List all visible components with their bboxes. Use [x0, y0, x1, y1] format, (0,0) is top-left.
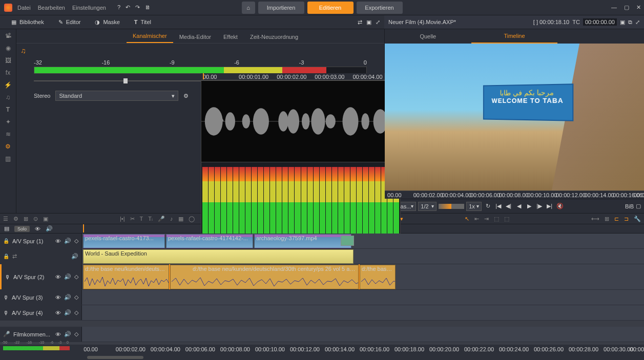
step-back-button[interactable]: ◀| — [504, 202, 513, 211]
tb-magnet-icon[interactable]: ⊙ — [33, 216, 38, 222]
menu-file[interactable]: Datei — [17, 5, 31, 11]
tb-razor-icon[interactable]: ✂ — [130, 216, 135, 222]
speaker-icon[interactable]: 🔊 — [71, 253, 78, 260]
clip-title[interactable]: World - Saudi Expedition — [83, 249, 354, 264]
tb-mic-icon[interactable]: 🎤 — [158, 216, 165, 222]
tb-mark1-icon[interactable]: ⊏ — [614, 216, 619, 222]
step-fwd-button[interactable]: |▶ — [535, 202, 544, 211]
mic-icon[interactable]: 🎙 — [3, 310, 9, 316]
tool-image-icon[interactable]: 🖼 — [4, 56, 13, 65]
eye-icon[interactable]: 👁 — [55, 310, 61, 316]
tb-roll-icon[interactable]: ⇥ — [484, 216, 489, 222]
kf-icon[interactable]: ◇ — [74, 294, 78, 301]
tab-timeline[interactable]: Timeline — [471, 29, 558, 44]
tool-grid-icon[interactable]: ▥ — [4, 154, 13, 163]
transition-icon[interactable]: ⇄ — [12, 253, 17, 260]
tool-audio-icon[interactable]: ⚙ — [4, 142, 13, 151]
tool-project-icon[interactable]: 📽 — [4, 31, 13, 40]
kf-icon[interactable]: ◇ — [74, 273, 78, 280]
tb-grid2-icon[interactable]: ▦ — [178, 216, 183, 222]
commentary-icon[interactable]: 🎤 — [3, 331, 10, 337]
clip-audio-1[interactable]: d:/the base neu/kunden/deutschland/30th … — [83, 265, 169, 289]
tab-zeit[interactable]: Zeit-Neuzuordnung — [244, 31, 304, 43]
waveform-display[interactable] — [201, 80, 401, 162]
clip-video-3[interactable]: archaeology-37597.mp4 — [254, 234, 351, 248]
menu-edit[interactable]: Bearbeiten — [38, 5, 65, 11]
tool-music-icon[interactable]: ♫ — [4, 93, 13, 102]
tb-text-icon[interactable]: T — [140, 216, 143, 222]
edit-tab[interactable]: Editieren — [307, 2, 354, 14]
tl-headers-icon[interactable]: ▤ — [4, 225, 9, 232]
speaker-icon[interactable]: 🔊 — [64, 331, 71, 337]
export-tab[interactable]: Exportieren — [357, 2, 403, 14]
kf-icon[interactable]: ◇ — [74, 331, 78, 337]
save-icon[interactable]: 🗎 — [145, 4, 151, 11]
tool-fx-icon[interactable]: fx — [4, 68, 13, 77]
eye-icon[interactable]: 👁 — [55, 238, 61, 244]
preview-ruler[interactable]: 00.00 00:00:02.00 00:00:04.00 00:00:06.0… — [385, 190, 644, 199]
mic-icon[interactable]: 🎙 — [5, 274, 10, 280]
lock-icon[interactable]: 🔒 — [3, 238, 9, 244]
speaker-icon[interactable]: 🔊 — [64, 309, 71, 316]
audio-scrub[interactable] — [439, 204, 464, 209]
tb-mark2-icon[interactable]: ⊐ — [624, 216, 629, 222]
tool-motion-icon[interactable]: ⚡ — [4, 80, 13, 90]
preview-viewport[interactable]: مرحبا بكم في طابا WELCOME TO TABA — [385, 44, 644, 190]
lock-icon[interactable]: 🔒 — [3, 253, 9, 259]
tool-text-icon[interactable]: T — [4, 105, 13, 114]
timeline-ruler[interactable]: -50 -22 -16 -10 -6 -3 0 00.00 00:00:02.0… — [0, 345, 644, 355]
tb-list-icon[interactable]: ☰ — [3, 216, 8, 222]
kf-icon[interactable]: ◇ — [74, 238, 78, 244]
speaker-icon[interactable]: 🔊 — [64, 238, 71, 244]
import-tab[interactable]: Importieren — [258, 2, 304, 14]
eye-all-icon[interactable]: 👁 — [35, 226, 40, 232]
tab-kanalmischer[interactable]: Kanalmischer — [127, 30, 173, 43]
mode-library[interactable]: ▦Bibliothek — [4, 15, 51, 29]
tb-zoom2-icon[interactable]: ⊞ — [605, 216, 609, 222]
settings-icon[interactable]: ⚙ — [183, 93, 189, 99]
speaker-icon[interactable]: 🔊 — [64, 294, 71, 301]
mute-button[interactable]: 🔇 — [555, 202, 565, 211]
play-button[interactable]: ▶ — [525, 202, 534, 211]
stereo-select[interactable]: Standard▾ — [55, 91, 178, 101]
mic-icon[interactable]: 🎙 — [3, 294, 9, 301]
clip-video-1[interactable]: pexels-rafael-castro-4173... — [83, 234, 165, 248]
tb-slip-icon[interactable]: ⬚ — [504, 216, 509, 222]
tb-t2-icon[interactable]: Tᵢ — [148, 216, 153, 222]
tb-circle-icon[interactable]: ◯ — [189, 216, 195, 222]
help-icon[interactable]: ? — [117, 4, 120, 11]
panel-icon[interactable]: ▣ — [366, 19, 371, 26]
close-icon[interactable]: ✕ — [636, 4, 641, 11]
clip-audio-2[interactable]: d:/the base neu/kunden/deutschland/30th … — [170, 265, 359, 289]
kf-icon[interactable]: ◇ — [74, 309, 78, 316]
tb-vol-icon[interactable]: ♪ — [170, 216, 173, 222]
goto-start-button[interactable]: |◀ — [494, 202, 503, 211]
expand-icon-2[interactable]: ⤢ — [635, 19, 640, 26]
tab-quelle[interactable]: Quelle — [385, 29, 471, 44]
undo-icon[interactable]: ↶ — [126, 4, 130, 11]
timeline-scrollbar[interactable] — [0, 355, 644, 360]
minimize-icon[interactable]: — — [611, 4, 617, 11]
tb-ripple-icon[interactable]: ⇤ — [474, 216, 479, 222]
loop-button[interactable]: ↻ — [484, 202, 493, 211]
ratio-select[interactable]: 1/2 ▾ — [418, 202, 437, 211]
tb-pointer-icon[interactable]: ↖ — [465, 216, 469, 222]
mode-mask[interactable]: ◑Maske — [88, 15, 127, 29]
expand-icon[interactable]: ⤢ — [376, 19, 380, 26]
tab-media-editor[interactable]: Media-Editor — [173, 31, 217, 43]
home-button[interactable]: ⌂ — [242, 2, 255, 14]
speed-select[interactable]: 1x ▾ — [466, 202, 481, 211]
tool-layers-icon[interactable]: ≋ — [4, 130, 13, 139]
bib-label[interactable]: BiB — [625, 203, 634, 209]
tb-slide-icon[interactable]: ⬚ — [494, 216, 499, 222]
popout-icon[interactable]: ⧉ — [628, 19, 632, 26]
tb-marker-icon[interactable]: ▣ — [43, 216, 48, 222]
tool-mask-icon[interactable]: ✦ — [4, 117, 13, 126]
mode-title[interactable]: TTitel — [127, 15, 158, 29]
clip-thumb[interactable] — [341, 236, 354, 246]
redo-icon[interactable]: ↷ — [135, 4, 140, 11]
tb-zoomfit-icon[interactable]: ⟷ — [591, 216, 599, 222]
eye-icon[interactable]: 👁 — [55, 331, 61, 337]
pip-icon[interactable]: ▢ — [636, 203, 641, 209]
tab-effekt[interactable]: Effekt — [217, 31, 244, 43]
